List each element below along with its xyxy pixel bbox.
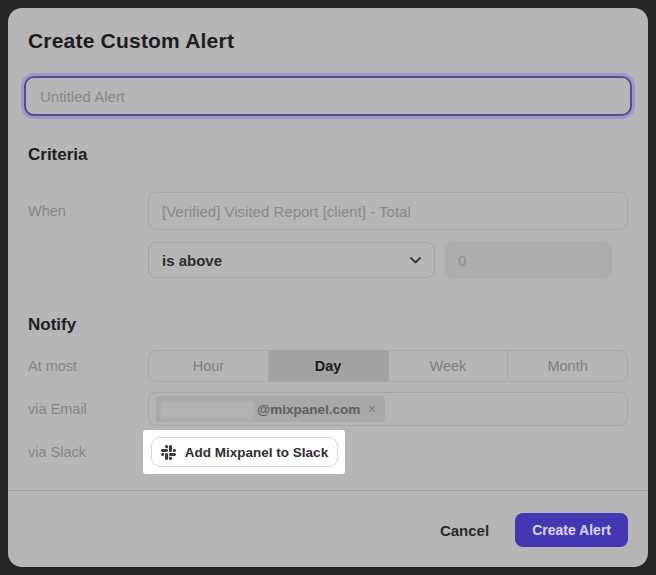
when-label: When <box>28 203 148 219</box>
alert-name-input[interactable] <box>24 76 632 116</box>
modal-footer: Cancel Create Alert <box>28 491 628 547</box>
frequency-segmented-control: Hour Day Week Month <box>148 350 628 382</box>
modal-title: Create Custom Alert <box>28 28 628 54</box>
via-email-row: via Email @mixpanel.com ✕ <box>28 392 628 426</box>
chevron-down-icon <box>410 257 421 264</box>
when-event-input[interactable] <box>148 192 628 230</box>
email-recipient-chip: @mixpanel.com ✕ <box>156 396 385 422</box>
via-slack-label: via Slack <box>28 444 148 460</box>
when-row: When <box>28 192 628 230</box>
condition-row: is above <box>28 242 628 278</box>
notify-heading: Notify <box>28 314 628 336</box>
threshold-input[interactable] <box>445 242 612 278</box>
frequency-option-month[interactable]: Month <box>507 351 627 381</box>
frequency-option-day[interactable]: Day <box>268 351 388 381</box>
criteria-heading: Criteria <box>28 144 628 166</box>
tour-spotlight: Add Mixpanel to Slack <box>143 430 345 474</box>
via-slack-row: via Slack Add Mixpanel to Slack <box>28 430 628 474</box>
at-most-label: At most <box>28 358 148 374</box>
add-mixpanel-to-slack-button[interactable]: Add Mixpanel to Slack <box>151 437 338 467</box>
email-chip-domain: @mixpanel.com <box>257 402 360 417</box>
slack-button-label: Add Mixpanel to Slack <box>185 445 328 460</box>
cancel-button[interactable]: Cancel <box>440 522 489 539</box>
frequency-option-week[interactable]: Week <box>388 351 508 381</box>
condition-select-value: is above <box>162 252 410 269</box>
condition-select[interactable]: is above <box>148 242 435 278</box>
remove-email-icon[interactable]: ✕ <box>367 404 376 415</box>
via-email-label: via Email <box>28 401 148 417</box>
at-most-row: At most Hour Day Week Month <box>28 350 628 382</box>
frequency-option-hour[interactable]: Hour <box>149 351 268 381</box>
redacted-email-username <box>160 401 254 418</box>
create-alert-button[interactable]: Create Alert <box>515 513 628 547</box>
email-recipients-field[interactable]: @mixpanel.com ✕ <box>148 392 628 426</box>
slack-icon <box>161 445 176 460</box>
create-custom-alert-modal: Create Custom Alert Criteria When is abo… <box>8 8 648 567</box>
